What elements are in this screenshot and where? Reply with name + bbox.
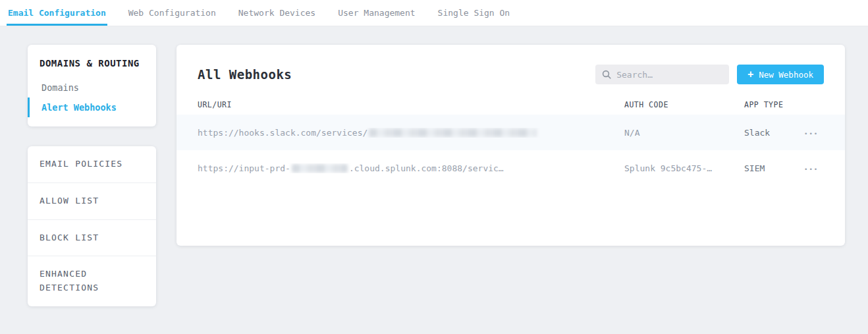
tab-user-management[interactable]: User Management — [337, 0, 416, 26]
sidebar-item-email-policies[interactable]: EMAIL POLICIES — [28, 146, 156, 182]
tab-web-configuration[interactable]: Web Configuration — [127, 0, 217, 26]
redacted-url-segment — [369, 128, 537, 137]
webhook-url-cell: https://hooks.slack.com/services/ — [198, 128, 624, 138]
new-webhook-button[interactable]: + New Webhook — [737, 65, 824, 84]
column-header-app-type: APP TYPE — [744, 100, 795, 109]
table-row[interactable]: https://hooks.slack.com/services/ N/A Sl… — [176, 115, 845, 150]
app-type-cell: Slack — [744, 128, 795, 138]
tab-single-sign-on[interactable]: Single Sign On — [437, 0, 512, 26]
search-input[interactable] — [616, 70, 722, 80]
url-prefix: https://hooks.slack.com/services/ — [198, 128, 367, 138]
sidebar-item-block-list[interactable]: BLOCK LIST — [28, 219, 156, 256]
sidebar: DOMAINS & ROUTING Domains Alert Webhooks… — [28, 45, 156, 306]
sidebar-item-domains[interactable]: Domains — [28, 78, 156, 97]
url-prefix: https://input-prd- — [198, 163, 290, 173]
plus-icon: + — [747, 69, 753, 80]
url-suffix: .cloud.splunk.com:8088/servic… — [349, 163, 504, 173]
page-title: All Webhooks — [198, 67, 292, 82]
page-content: DOMAINS & ROUTING Domains Alert Webhooks… — [0, 26, 868, 306]
app-type-cell: SIEM — [744, 163, 795, 173]
sidebar-item-alert-webhooks[interactable]: Alert Webhooks — [28, 97, 156, 117]
redacted-url-segment — [292, 164, 348, 173]
auth-code-cell: Splunk 9c5bc475-… — [624, 163, 744, 173]
search-box[interactable] — [595, 65, 729, 84]
sidebar-sections-card: EMAIL POLICIES ALLOW LIST BLOCK LIST ENH… — [28, 146, 156, 306]
table-row[interactable]: https://input-prd-.cloud.splunk.com:8088… — [176, 150, 845, 186]
webhooks-panel: All Webhooks + New Webhook URL/URI AUTH … — [176, 45, 845, 246]
row-menu-cell: ••• — [795, 128, 829, 138]
search-icon — [602, 70, 611, 79]
tab-email-configuration[interactable]: Email Configuration — [7, 0, 107, 26]
webhook-url-cell: https://input-prd-.cloud.splunk.com:8088… — [198, 163, 624, 173]
row-menu-icon[interactable]: ••• — [804, 166, 819, 173]
column-header-auth-code: AUTH CODE — [624, 100, 744, 109]
column-header-url: URL/URI — [198, 100, 624, 109]
tab-network-devices[interactable]: Network Devices — [237, 0, 317, 26]
sidebar-item-allow-list[interactable]: ALLOW LIST — [28, 182, 156, 219]
panel-header: All Webhooks + New Webhook — [176, 45, 845, 95]
new-webhook-label: New Webhook — [759, 70, 813, 80]
domains-routing-card: DOMAINS & ROUTING Domains Alert Webhooks — [28, 45, 156, 126]
sidebar-item-enhanced-detections[interactable]: ENHANCED DETECTIONS — [28, 256, 156, 306]
domains-routing-header: DOMAINS & ROUTING — [28, 58, 156, 69]
header-actions: + New Webhook — [595, 65, 824, 84]
row-menu-cell: ••• — [795, 163, 829, 173]
row-menu-icon[interactable]: ••• — [804, 130, 819, 137]
top-navigation: Email Configuration Web Configuration Ne… — [0, 0, 868, 26]
auth-code-cell: N/A — [624, 128, 744, 138]
table-header-row: URL/URI AUTH CODE APP TYPE — [176, 95, 845, 115]
